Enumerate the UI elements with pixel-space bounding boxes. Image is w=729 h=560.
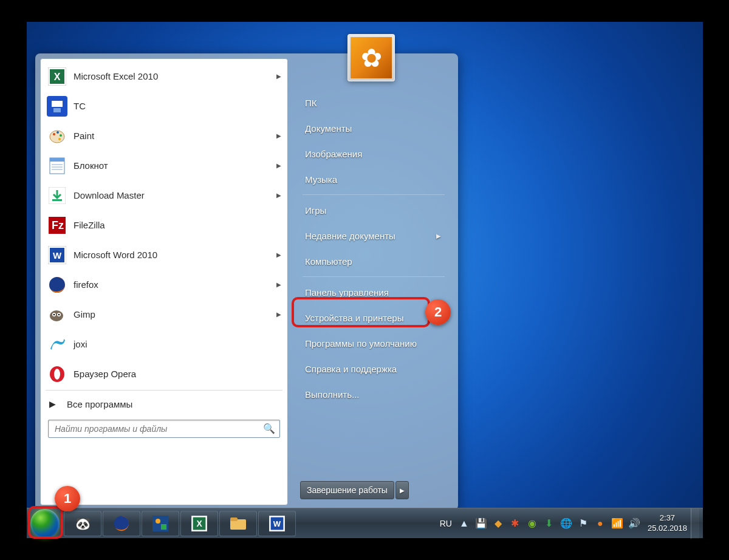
tray-up-icon[interactable]: ▲	[457, 517, 471, 530]
right-item-default-programs[interactable]: Программы по умолчанию	[300, 330, 447, 356]
taskbar-item-panda[interactable]: 🐼	[64, 511, 101, 536]
right-item-recent[interactable]: Недавние документы ▶	[300, 223, 447, 248]
all-programs[interactable]: ▶ Все программы	[42, 392, 286, 416]
right-item-pictures[interactable]: Изображения	[300, 141, 447, 166]
right-item-documents[interactable]: Документы	[300, 115, 447, 141]
right-label: Изображения	[305, 149, 362, 159]
folder-icon	[228, 514, 248, 533]
chevron-right-icon: ▶	[276, 192, 281, 199]
right-item-games[interactable]: Игры	[300, 197, 447, 223]
chevron-right-icon: ▶	[276, 73, 281, 80]
svg-rect-39	[230, 517, 238, 521]
taskbar-item-word[interactable]: W	[258, 511, 296, 536]
right-label: Устройства и принтеры	[305, 313, 403, 323]
app-label: Блокнот	[74, 160, 276, 171]
app-download-master[interactable]: Download Master ▶	[42, 180, 286, 210]
app-opera[interactable]: Браузер Opera	[42, 359, 286, 389]
taskbar-item-firefox[interactable]	[103, 511, 140, 536]
svg-text:W: W	[273, 519, 281, 528]
excel-icon: X	[190, 514, 209, 533]
svg-point-30	[54, 369, 60, 380]
right-item-devices[interactable]: Устройства и принтеры	[300, 305, 447, 330]
right-label: Игры	[305, 205, 326, 216]
tray-globe-icon[interactable]: 🌐	[560, 517, 573, 530]
app-excel[interactable]: X Microsoft Excel 2010 ▶	[42, 61, 286, 91]
right-label: Панель управления	[305, 287, 389, 298]
app-gimp[interactable]: Gimp ▶	[42, 299, 286, 329]
tray-download-icon[interactable]: ⬇	[542, 517, 556, 530]
svg-text:X: X	[196, 519, 202, 528]
svg-text:W: W	[53, 250, 62, 261]
svg-point-27	[53, 313, 55, 315]
shutdown-row: Завершение работы ▶	[300, 481, 447, 499]
user-avatar[interactable]	[347, 34, 395, 81]
language-indicator[interactable]: RU	[440, 519, 452, 528]
right-label: Выполнить...	[305, 389, 360, 400]
svg-point-28	[58, 313, 60, 315]
app-tc[interactable]: TC	[42, 91, 286, 121]
app-filezilla[interactable]: Fz FileZilla	[42, 210, 286, 240]
app-firefox[interactable]: firefox ▶	[42, 270, 286, 299]
svg-point-9	[60, 134, 62, 137]
right-label: Недавние документы	[305, 231, 395, 241]
tray-network-icon[interactable]: 📶	[611, 517, 624, 530]
chevron-right-icon: ▶	[276, 251, 281, 258]
chevron-right-icon: ▶	[49, 399, 56, 409]
app-label: Download Master	[74, 190, 276, 200]
svg-text:X: X	[54, 72, 61, 82]
right-item-user[interactable]: ПК	[300, 90, 447, 115]
divider	[46, 390, 282, 391]
svg-text:Fz: Fz	[52, 219, 64, 231]
app-word[interactable]: W Microsoft Word 2010 ▶	[42, 240, 286, 270]
app-label: TC	[74, 101, 281, 111]
right-item-help[interactable]: Справка и поддержка	[300, 356, 447, 381]
taskbar-item-app1[interactable]	[142, 511, 179, 536]
taskbar: 🐼 X W RU ▲ 💾 ◆ ✱ ◉ ⬇ 🌐 ⚑ ● 📶	[27, 508, 703, 538]
tray-flag-icon[interactable]: ⚑	[577, 517, 590, 530]
system-tray: RU ▲ 💾 ◆ ✱ ◉ ⬇ 🌐 ⚑ ● 📶 🔊 2:37 25.02.2018	[436, 508, 703, 538]
start-button[interactable]	[30, 509, 60, 538]
notepad-icon	[47, 155, 67, 176]
shutdown-button[interactable]: Завершение работы	[300, 481, 394, 499]
svg-point-8	[56, 131, 59, 134]
right-label: Компьютер	[305, 256, 352, 267]
shutdown-options-button[interactable]: ▶	[395, 481, 409, 499]
tray-disk-icon[interactable]: 💾	[474, 517, 488, 530]
taskbar-item-excel[interactable]: X	[180, 511, 218, 536]
download-icon	[47, 185, 67, 206]
separator	[303, 276, 445, 277]
taskbar-item-explorer[interactable]	[219, 511, 257, 536]
tray-volume-icon[interactable]: 🔊	[628, 517, 641, 530]
app-label: Браузер Opera	[74, 369, 281, 379]
app-notepad[interactable]: Блокнот ▶	[42, 151, 286, 180]
tray-nvidia-icon[interactable]: ◉	[525, 517, 539, 530]
right-item-run[interactable]: Выполнить...	[300, 381, 447, 407]
right-item-computer[interactable]: Компьютер	[300, 248, 447, 274]
svg-rect-4	[52, 101, 63, 107]
separator	[303, 194, 445, 195]
app-paint[interactable]: Paint ▶	[42, 121, 286, 151]
tray-app2-icon[interactable]: ✱	[508, 517, 522, 530]
right-label: ПК	[305, 98, 317, 108]
app-label: firefox	[74, 279, 276, 290]
tray-avast-icon[interactable]: ●	[594, 517, 607, 530]
right-label: Музыка	[305, 174, 337, 185]
taskbar-clock[interactable]: 2:37 25.02.2018	[648, 513, 687, 534]
app-label: Paint	[74, 131, 276, 141]
right-label: Справка и поддержка	[305, 364, 397, 374]
svg-point-10	[58, 138, 61, 140]
svg-rect-5	[53, 108, 61, 112]
right-item-control-panel[interactable]: Панель управления	[300, 279, 447, 305]
excel-icon: X	[47, 66, 67, 87]
right-item-music[interactable]: Музыка	[300, 166, 447, 192]
svg-rect-34	[161, 524, 166, 530]
firefox-icon	[112, 514, 131, 533]
show-desktop-button[interactable]	[691, 508, 699, 539]
chevron-right-icon: ▶	[276, 311, 281, 318]
app-label: Microsoft Excel 2010	[74, 71, 276, 81]
svg-rect-17	[52, 199, 62, 201]
tray-app-icon[interactable]: ◆	[491, 517, 505, 530]
app-joxi[interactable]: joxi	[42, 329, 286, 359]
start-menu: X Microsoft Excel 2010 ▶ TC Paint ▶ Блок…	[35, 53, 458, 510]
search-input[interactable]	[48, 420, 280, 438]
